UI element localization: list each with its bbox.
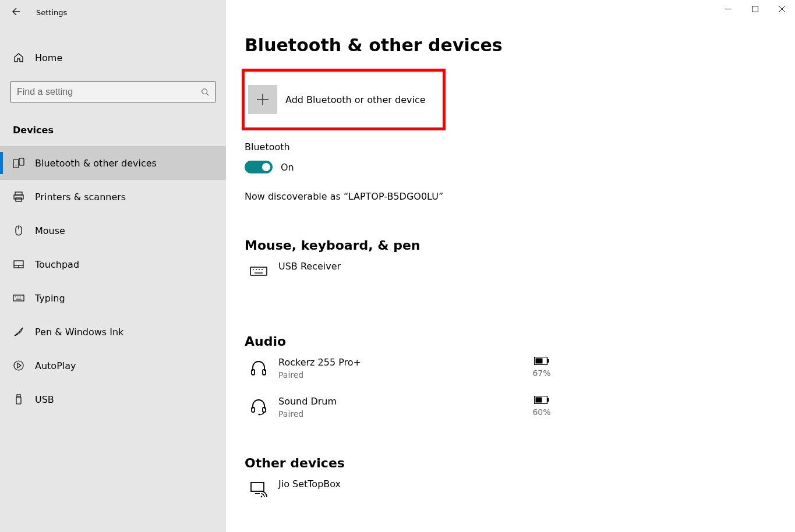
- section-heading-other: Other devices: [245, 456, 795, 470]
- main-content: Bluetooth & other devices Add Bluetooth …: [226, 0, 795, 532]
- svg-rect-43: [547, 398, 549, 402]
- nav-item-usb[interactable]: USB: [0, 382, 226, 416]
- nav-item-label: Typing: [35, 293, 65, 304]
- mouse-icon: [13, 225, 24, 236]
- svg-rect-6: [16, 198, 22, 201]
- home-label: Home: [35, 52, 62, 63]
- nav-item-typing[interactable]: Typing: [0, 281, 226, 315]
- bluetooth-toggle[interactable]: [245, 161, 273, 173]
- svg-rect-1: [13, 159, 19, 168]
- nav-item-label: Mouse: [35, 225, 65, 236]
- add-device-button[interactable]: Add Bluetooth or other device: [245, 72, 443, 127]
- sidebar: Settings Home Devices Bluetooth & other …: [0, 0, 226, 532]
- battery-percent: 67%: [530, 368, 553, 378]
- nav-item-label: Touchpad: [35, 259, 79, 270]
- page-title: Bluetooth & other devices: [245, 35, 795, 55]
- touchpad-icon: [13, 258, 24, 270]
- svg-point-46: [261, 496, 263, 498]
- device-status: Paired: [278, 370, 530, 380]
- search-icon: [201, 88, 209, 96]
- nav-item-autoplay[interactable]: AutoPlay: [0, 349, 226, 382]
- svg-point-0: [202, 89, 207, 94]
- printer-icon: [13, 191, 24, 203]
- home-icon: [13, 52, 24, 63]
- titlebar: Settings: [0, 0, 226, 24]
- svg-point-3: [16, 165, 17, 166]
- nav-item-pen[interactable]: Pen & Windows Ink: [0, 315, 226, 349]
- svg-rect-27: [250, 267, 267, 275]
- svg-rect-36: [536, 359, 543, 364]
- svg-rect-22: [752, 6, 758, 12]
- bluetooth-label: Bluetooth: [245, 141, 795, 152]
- svg-rect-20: [16, 397, 21, 404]
- bluetooth-state-text: On: [281, 162, 294, 173]
- search-box[interactable]: [10, 81, 215, 102]
- battery-indicator: 60%: [530, 396, 553, 417]
- device-name: USB Receiver: [278, 261, 553, 272]
- nav-item-mouse[interactable]: Mouse: [0, 214, 226, 247]
- keyboard-icon: [13, 292, 24, 304]
- autoplay-icon: [13, 360, 24, 371]
- usb-icon: [13, 393, 24, 405]
- pen-icon: [13, 326, 24, 338]
- device-row[interactable]: Jio SetTopBox: [245, 470, 559, 506]
- nav-item-label: Bluetooth & other devices: [35, 158, 157, 169]
- plus-icon: [248, 85, 277, 114]
- svg-point-18: [14, 361, 23, 370]
- device-name: Jio SetTopBox: [278, 478, 553, 490]
- headphones-icon: [249, 358, 268, 377]
- bluetooth-toggle-row: On: [245, 161, 795, 173]
- window-controls: [715, 0, 795, 17]
- section-heading-audio: Audio: [245, 334, 795, 349]
- back-arrow-icon[interactable]: [10, 7, 21, 17]
- svg-rect-12: [13, 295, 24, 301]
- svg-rect-44: [251, 483, 264, 491]
- search-input[interactable]: [17, 87, 201, 97]
- app-title: Settings: [36, 8, 67, 17]
- nav-item-touchpad[interactable]: Touchpad: [0, 247, 226, 281]
- maximize-button[interactable]: [741, 0, 768, 17]
- nav-item-label: AutoPlay: [35, 360, 76, 371]
- screen-cast-icon: [249, 480, 268, 498]
- svg-rect-4: [15, 192, 22, 195]
- device-row[interactable]: Rockerz 255 Pro+ Paired 67%: [245, 349, 559, 388]
- svg-point-40: [259, 414, 260, 416]
- device-name: Rockerz 255 Pro+: [278, 357, 530, 368]
- bluetooth-devices-icon: [13, 157, 24, 169]
- add-device-label: Add Bluetooth or other device: [285, 94, 426, 105]
- discoverable-text: Now discoverable as “LAPTOP-B5DGO0LU”: [245, 191, 795, 202]
- category-label: Devices: [13, 125, 226, 136]
- device-row[interactable]: USB Receiver: [245, 253, 559, 289]
- section-heading-mkb: Mouse, keyboard, & pen: [245, 238, 795, 253]
- close-button[interactable]: [768, 0, 795, 17]
- nav-item-bluetooth[interactable]: Bluetooth & other devices: [0, 146, 226, 180]
- minimize-button[interactable]: [715, 0, 741, 17]
- home-nav[interactable]: Home: [0, 41, 226, 75]
- battery-indicator: 67%: [530, 357, 553, 378]
- keyboard-device-icon: [249, 262, 268, 281]
- device-status: Paired: [278, 409, 530, 418]
- svg-rect-2: [19, 158, 24, 165]
- device-row[interactable]: Sound Drum Paired 60%: [245, 388, 559, 427]
- svg-rect-42: [536, 398, 542, 403]
- nav-item-label: Pen & Windows Ink: [35, 327, 123, 338]
- svg-rect-37: [547, 359, 549, 363]
- nav-item-printers[interactable]: Printers & scanners: [0, 180, 226, 214]
- nav-item-label: USB: [35, 394, 54, 405]
- headset-icon: [249, 397, 268, 416]
- device-name: Sound Drum: [278, 396, 530, 407]
- nav-item-label: Printers & scanners: [35, 191, 126, 203]
- battery-percent: 60%: [530, 407, 553, 417]
